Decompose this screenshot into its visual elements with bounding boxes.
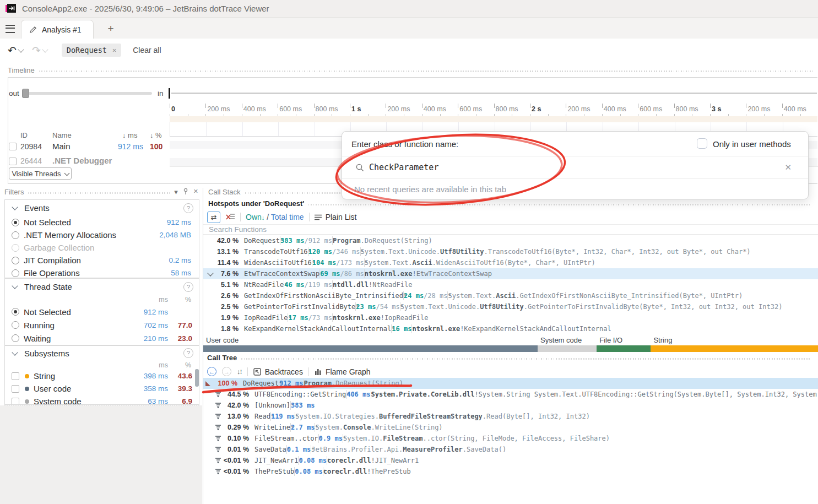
filter-chip[interactable]: DoRequest ✕	[62, 44, 121, 57]
visible-threads-button[interactable]: Visible Threads	[9, 167, 72, 180]
event-filter-item[interactable]: .NET Memory Allocations2,048 MB	[5, 229, 199, 241]
radio-icon[interactable]	[12, 321, 19, 329]
thread-state-item[interactable]: Running702 ms77.0	[5, 318, 199, 332]
tab-analysis-1[interactable]: Analysis #1	[21, 20, 94, 39]
calltree-row[interactable]: 0.01 %SaveData • 0.1 ms • JetBrains.Prof…	[203, 444, 818, 455]
radio-icon[interactable]	[12, 257, 19, 264]
thread-state-item[interactable]: Not Selected912 ms	[5, 305, 199, 318]
filter-icon[interactable]	[214, 435, 223, 442]
thread-state-item[interactable]: Waiting210 ms23.0	[5, 332, 199, 345]
own-time-toggle[interactable]: Own↓ / Total time	[246, 213, 304, 221]
time-ruler[interactable]: 0200 ms400 ms600 ms800 ms1 s200 ms400 ms…	[170, 104, 817, 116]
subsystem-bar-segment[interactable]: String	[651, 336, 818, 353]
filter-icon[interactable]	[214, 413, 223, 420]
filters-dropdown-icon[interactable]: ▾	[174, 188, 178, 198]
calltree-row[interactable]: <0.01 %JIT_NewArr1 • 0.08 ms • coreclr.d…	[203, 455, 818, 466]
filter-icon[interactable]	[214, 402, 223, 409]
hotspot-row[interactable]: 1.8 %KeExpandKernelStackAndCalloutIntern…	[203, 323, 818, 334]
calltree-row[interactable]: 44.5 %UTF8Encoding::GetString • 406 ms •…	[203, 389, 818, 400]
in-slider-handle[interactable]	[169, 88, 170, 99]
expand-icon[interactable]	[203, 381, 212, 386]
hotspot-row[interactable]: 7.6 %EtwTraceContextSwap • 69 ms / 86 ms…	[203, 268, 818, 279]
out-slider-thumb[interactable]	[22, 89, 29, 98]
event-filter-item[interactable]: Not Selected912 ms	[5, 216, 199, 229]
calltree-row[interactable]: 0.10 %FileStream..ctor • 0.9 ms • System…	[203, 433, 818, 444]
redo-icon[interactable]: ↷	[32, 45, 41, 56]
out-slider-track[interactable]	[22, 92, 152, 95]
search-query-input[interactable]: CheckParameter	[369, 162, 438, 172]
threads-col-id[interactable]: ID	[20, 131, 28, 139]
filters-scrollbar[interactable]	[195, 369, 199, 387]
filter-icon[interactable]	[214, 468, 223, 475]
calltree-row[interactable]: 13.0 %Read • 119 ms • System.IO.Strategi…	[203, 411, 818, 422]
plain-list-button[interactable]: Plain List	[315, 213, 357, 221]
new-tab-button[interactable]: +	[105, 23, 117, 35]
calltree-row[interactable]: 100 %DoRequest • 912 ms • Program.DoRequ…	[203, 378, 818, 389]
sort-icon[interactable]: ↓⁝	[237, 367, 242, 376]
thread-state-section-header[interactable]: Thread State ?	[5, 279, 199, 295]
checkbox-icon[interactable]	[12, 385, 19, 393]
hotspot-row[interactable]: 1.9 %IopReadFile • 17 ms / 73 ms • ntosk…	[203, 312, 818, 323]
view-mode-button[interactable]: ⇄	[207, 212, 220, 223]
subsystem-item[interactable]: User code358 ms39.3	[5, 382, 199, 395]
backtraces-button[interactable]: Backtraces	[253, 367, 303, 376]
hotspot-row[interactable]: 2.5 %GetPointerToFirstInvalidByte • 23 m…	[203, 301, 818, 312]
radio-icon[interactable]	[12, 219, 19, 226]
help-icon[interactable]: ?	[183, 203, 193, 213]
hotspot-row[interactable]: 13.1 %TranscodeToUtf16 • 120 ms / 346 ms…	[203, 246, 818, 257]
threads-col-pct[interactable]: ↓ %	[150, 131, 162, 139]
radio-icon[interactable]	[12, 334, 19, 342]
thread-checkbox[interactable]	[9, 158, 17, 165]
calltree-row[interactable]: 42.0 %[Unknown] • 383 ms	[203, 400, 818, 411]
subsystem-item[interactable]: System code63 ms6.9	[5, 395, 199, 405]
subsystem-item[interactable]: String398 ms43.6	[5, 370, 199, 382]
main-menu-icon[interactable]	[6, 25, 15, 33]
filter-icon[interactable]	[214, 391, 223, 398]
radio-icon[interactable]	[12, 231, 19, 239]
chev-icon[interactable]	[206, 271, 215, 277]
event-filter-item[interactable]: File Operations58 ms	[5, 267, 199, 278]
navigate-back-icon[interactable]: ←	[207, 367, 216, 376]
flame-graph-button[interactable]: Flame Graph	[315, 367, 371, 376]
radio-icon[interactable]	[12, 244, 19, 252]
calltree-row[interactable]: <0.01 %ThePreStub • 0.08 ms • coreclr.dl…	[203, 466, 818, 477]
radio-icon[interactable]	[12, 269, 19, 277]
help-icon[interactable]: ?	[183, 348, 193, 358]
subsystems-section-header[interactable]: Subsystems ?	[5, 346, 199, 360]
events-section-header[interactable]: Events ?	[5, 200, 199, 216]
undo-icon[interactable]: ↶	[8, 45, 17, 56]
subsystem-bar-segment[interactable]: System code	[538, 336, 597, 353]
only-user-methods-checkbox[interactable]	[697, 138, 707, 149]
hotspot-row[interactable]: 42.0 %DoRequest • 383 ms / 912 ms • Prog…	[203, 235, 818, 246]
close-icon[interactable]: ✕	[193, 188, 198, 198]
remove-filter-icon[interactable]	[225, 213, 235, 221]
popup-search-row[interactable]: CheckParameter ✕	[342, 156, 808, 179]
event-filter-item[interactable]: Garbage Collection	[5, 241, 199, 254]
navigate-forward-icon[interactable]: →	[222, 367, 231, 376]
filter-chip-close-icon[interactable]: ✕	[112, 46, 116, 54]
calltree-row[interactable]: 0.29 %WriteLine • 2.7 ms • System.Consol…	[203, 422, 818, 433]
event-filter-item[interactable]: JIT Compilation0.2 ms	[5, 254, 199, 267]
threads-col-ms[interactable]: ↓ ms	[122, 131, 137, 139]
hotspot-row[interactable]: 5.1 %NtReadFile • 46 ms / 119 ms • ntdll…	[203, 279, 818, 290]
hotspot-row[interactable]: 11.4 %WidenAsciiToUtf16 • 104 ms / 173 m…	[203, 257, 818, 268]
undo-dropdown-icon[interactable]	[18, 46, 24, 52]
filter-icon[interactable]	[214, 446, 223, 453]
checkbox-icon[interactable]	[12, 398, 19, 405]
pin-icon[interactable]	[183, 188, 188, 195]
checkbox-icon[interactable]	[12, 372, 19, 380]
search-functions-input[interactable]: Search Functions	[203, 224, 818, 235]
help-icon[interactable]: ?	[183, 282, 193, 292]
clear-search-icon[interactable]: ✕	[784, 162, 792, 172]
in-slider-track[interactable]	[171, 93, 817, 94]
subsystem-bar-segment[interactable]: File I/O	[597, 336, 651, 353]
redo-dropdown-icon[interactable]	[42, 46, 48, 52]
threads-col-name[interactable]: Name	[52, 131, 72, 139]
radio-icon[interactable]	[12, 308, 19, 316]
hotspot-row[interactable]: 2.6 %GetIndexOfFirstNonAsciiByte_Intrins…	[203, 290, 818, 301]
filter-icon[interactable]	[214, 424, 223, 431]
filter-icon[interactable]	[214, 457, 223, 464]
subsystem-bar-segment[interactable]: User code	[203, 336, 538, 353]
thread-checkbox[interactable]	[9, 143, 17, 150]
clear-all-button[interactable]: Clear all	[133, 46, 161, 55]
